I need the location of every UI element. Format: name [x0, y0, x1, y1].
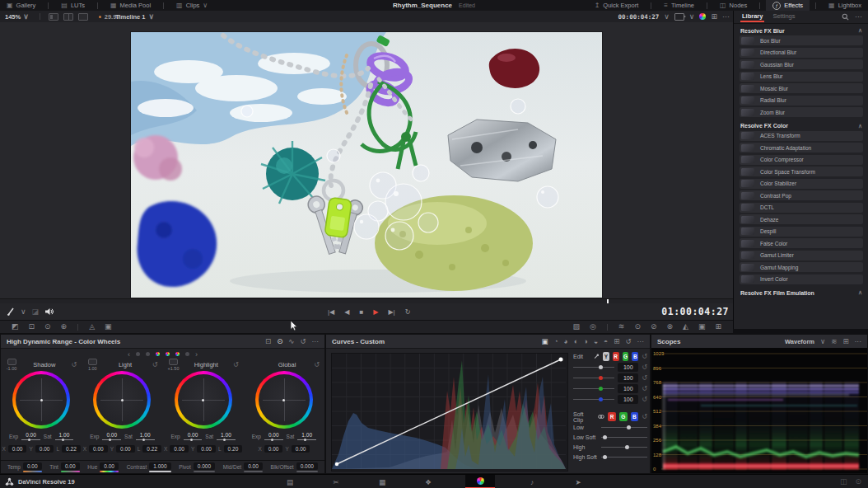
highlight-x-value[interactable]: 0.00 — [170, 445, 189, 453]
timeline-button[interactable]: ≡ Timeline — [657, 0, 701, 11]
fx-item-gaussian-blur[interactable]: Gaussian Blur — [740, 59, 863, 69]
white-balance-icon[interactable]: ◎ — [590, 323, 596, 331]
wipe-icon[interactable]: ◩ — [12, 323, 19, 331]
play-button[interactable]: ▶ — [373, 308, 378, 316]
highlight-color-wheel[interactable] — [175, 371, 232, 429]
reset-icon[interactable]: ↺ — [625, 338, 631, 345]
more-options-icon[interactable]: ··· — [722, 13, 730, 21]
curve-hue-hue-icon[interactable]: ◔ — [553, 338, 558, 345]
reset-icon[interactable]: ↺ — [642, 396, 647, 403]
hdr-zones-icon[interactable]: ⊙ — [277, 338, 282, 345]
media-pool-button[interactable]: ▦ Media Pool — [104, 0, 157, 11]
color-viewer-icon[interactable] — [699, 13, 706, 20]
reset-icon[interactable]: ↺ — [314, 361, 320, 368]
page-fairlight[interactable]: ♪ — [523, 475, 541, 488]
picker-icon[interactable]: ◬ — [89, 323, 95, 331]
collapse-icon[interactable]: ∧ — [858, 289, 862, 296]
shadow-sat-value[interactable]: 1.00 — [55, 432, 74, 440]
shadow-l-value[interactable]: 0.22 — [62, 445, 81, 453]
fx-item-gamut-limiter[interactable]: Gamut Limiter — [740, 251, 863, 260]
shadow-y-value[interactable]: 0.00 — [35, 445, 54, 453]
curve-sat-sat-icon[interactable]: ◒ — [594, 338, 598, 345]
highlight-l-value[interactable]: 0.20 — [224, 445, 243, 453]
fx-item-contrast-pop[interactable]: Contrast Pop — [740, 190, 863, 200]
global-x-value[interactable]: 0.00 — [264, 445, 283, 453]
low-soft-slider[interactable] — [601, 437, 647, 438]
unmix-icon[interactable]: ◪ — [32, 308, 40, 316]
light-color-wheel[interactable] — [93, 371, 151, 429]
pager-dot[interactable] — [185, 352, 189, 356]
fx-item-dehaze[interactable]: Dehaze — [740, 214, 863, 224]
shadow-pivot-chip[interactable]: -1.00 — [6, 359, 17, 371]
pager-next-icon[interactable]: › — [195, 350, 198, 359]
y-gain-value[interactable]: 100 — [618, 363, 638, 372]
qualifier-icon[interactable]: ⊙ — [634, 323, 641, 331]
highlight-pivot-chip[interactable]: +1.50 — [168, 359, 180, 371]
fx-item-dctl[interactable]: DCTL — [740, 203, 863, 213]
curve-custom-icon[interactable]: ▣ — [541, 338, 548, 345]
shadow-color-wheel[interactable] — [12, 371, 70, 429]
chevron-down-icon[interactable]: ∨ — [664, 13, 670, 21]
grab-still-icon[interactable]: ▣ — [105, 323, 112, 331]
camera-icon[interactable] — [674, 13, 684, 21]
effects-button[interactable]: ƒ Effects — [766, 0, 810, 11]
project-settings-icon[interactable]: ⊙ — [855, 478, 861, 486]
collapse-icon[interactable]: ∧ — [858, 123, 862, 129]
gallery-button[interactable]: ▣ Gallery — [0, 0, 42, 11]
step-back-button[interactable]: ◀ — [344, 308, 349, 316]
curves-graph[interactable] — [331, 353, 568, 472]
black-offset-value[interactable]: 0.000 — [296, 462, 318, 470]
viewer-zoom-select[interactable]: 145% ∨ — [0, 13, 34, 21]
light-l-value[interactable]: 0.22 — [142, 445, 161, 453]
search-icon[interactable] — [842, 13, 849, 21]
link-icon[interactable] — [598, 413, 604, 420]
fx-item-zoom-blur[interactable]: Zoom Blur — [740, 107, 863, 117]
light-pivot-chip[interactable]: 1.00 — [86, 359, 98, 371]
highlight-icon[interactable]: ⊙ — [44, 323, 51, 331]
light-exp-value[interactable]: 0.00 — [102, 432, 121, 440]
pointer-tool-icon[interactable] — [7, 307, 15, 316]
fx-item-color-space-transform[interactable]: Color Space Transform — [740, 167, 863, 176]
split-screen-icon[interactable]: ⊡ — [29, 323, 35, 331]
fx-item-color-stabilizer[interactable]: Color Stabilizer — [740, 179, 863, 189]
fx-item-box-blur[interactable]: Box Blur — [740, 35, 863, 45]
timeline-selector[interactable]: Timeline 1 ∨ — [115, 13, 154, 21]
curve-lum-sat-icon[interactable]: ◑ — [584, 338, 588, 345]
eyedropper-icon[interactable] — [594, 353, 599, 360]
tab-settings[interactable]: Settings — [771, 12, 796, 22]
highlight-exp-value[interactable]: 0.00 — [184, 432, 203, 440]
page-deliver[interactable]: ➤ — [569, 475, 587, 488]
fx-item-despill[interactable]: Despill — [740, 227, 863, 237]
soft-clip-b-button[interactable]: B — [631, 412, 639, 421]
expand-icon[interactable]: ⊞ — [614, 338, 619, 345]
section-resolve-fx-blur[interactable]: Resolve FX Blur ∧ — [734, 24, 868, 35]
hdr-graph-icon[interactable]: ∿ — [288, 338, 294, 345]
single-viewer-layout-icon[interactable] — [49, 13, 58, 21]
reset-icon[interactable]: ↺ — [642, 385, 647, 392]
fx-item-chromatic-adaptation[interactable]: Chromatic Adaptation — [740, 143, 863, 152]
zoom-tool-icon[interactable]: ⊕ — [61, 323, 68, 331]
section-resolve-fx-film-emulation[interactable]: Resolve FX Film Emulation ∧ — [734, 286, 868, 298]
channel-y-button[interactable]: Y — [603, 352, 609, 361]
scope-settings-icon[interactable]: ≋ — [831, 338, 837, 345]
viewer-image[interactable] — [131, 32, 602, 298]
pivot-value[interactable]: 0.000 — [194, 462, 215, 470]
reset-icon[interactable]: ↺ — [642, 364, 647, 371]
stop-button[interactable]: ■ — [359, 308, 363, 316]
fx-item-lens-blur[interactable]: Lens Blur — [740, 72, 863, 82]
contrast-value[interactable]: 1.000 — [149, 462, 170, 470]
more-options-icon[interactable]: ··· — [312, 338, 320, 345]
low-slider[interactable] — [601, 427, 647, 428]
auto-color-icon[interactable]: ▨ — [572, 323, 580, 331]
quick-export-button[interactable]: ↥ Quick Export — [588, 0, 646, 11]
section-resolve-fx-color[interactable]: Resolve FX Color ∧ — [734, 120, 868, 131]
reset-icon[interactable]: ↺ — [152, 361, 158, 368]
lightbox-button[interactable]: ▦ Lightbox — [822, 0, 868, 11]
chevron-down-icon[interactable]: ∨ — [820, 338, 825, 345]
pager-prev-icon[interactable]: ‹ — [128, 350, 130, 359]
high-slider[interactable] — [601, 447, 647, 448]
curve-sat-lum-icon[interactable]: ◓ — [604, 338, 608, 345]
audio-mute-icon[interactable] — [44, 307, 54, 316]
reset-icon[interactable]: ↺ — [300, 338, 306, 345]
high-soft-slider[interactable] — [601, 457, 647, 458]
